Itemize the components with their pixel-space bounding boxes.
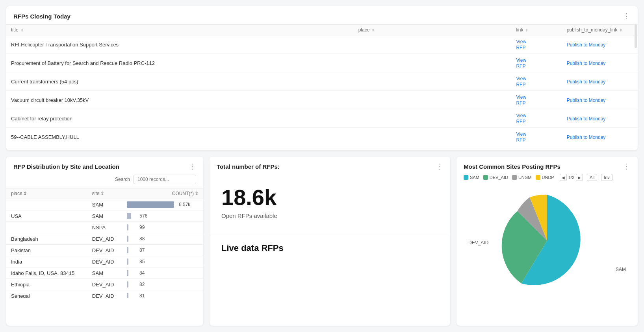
- pie-legend-row: SAM DEV_AID UNGM UNDP ◀ 1/2 ▶: [457, 174, 638, 186]
- count-bar: [127, 236, 128, 242]
- list-item: USA SAM 576: [6, 210, 203, 222]
- dist-count: 6.57k: [122, 199, 203, 210]
- total-rfps-label: Total number of RFPs:: [217, 163, 280, 170]
- legend-undp: UNDP: [536, 175, 554, 180]
- dist-site: DEV_AID: [87, 245, 122, 256]
- rfp-title: Procurement of Battery for Search and Re…: [6, 54, 354, 72]
- dist-place: Ethiopia: [6, 279, 87, 290]
- list-item: India DEV_AID 85: [6, 256, 203, 267]
- pie-label-devaid: DEV_AID: [468, 240, 488, 245]
- col-header-publish[interactable]: publish_to_monday_link ⇕: [562, 25, 638, 35]
- publish-to-monday-link[interactable]: Publish to Monday: [567, 98, 606, 103]
- total-rfps-panel: Total number of RFPs: ⋮ 18.6k Open RFPs …: [210, 157, 450, 326]
- count-bar: [127, 281, 128, 288]
- view-rfp-link[interactable]: ViewRFP: [516, 76, 526, 87]
- rfp-link-cell: ViewRFP: [511, 72, 562, 91]
- rfp-place: [354, 128, 512, 146]
- dist-site: SAM: [87, 210, 122, 222]
- dist-panel-title: RFP Distribution by Site and Location: [13, 163, 119, 170]
- list-item: Ethiopia DEV_AID 82: [6, 279, 203, 290]
- total-rfps-menu-button[interactable]: ⋮: [436, 162, 443, 171]
- rfp-place: [354, 54, 512, 72]
- count-value: 576: [134, 213, 147, 219]
- legend-navigation: ◀ 1/2 ▶: [560, 174, 583, 181]
- total-rfps-sublabel: Open RFPs available: [221, 212, 438, 219]
- legend-filter-all-button[interactable]: All: [587, 174, 597, 181]
- view-rfp-link[interactable]: ViewRFP: [516, 150, 526, 150]
- rfps-closing-menu-button[interactable]: ⋮: [623, 12, 631, 20]
- publish-to-monday-link[interactable]: Publish to Monday: [567, 42, 606, 48]
- legend-label-undp: UNDP: [542, 175, 554, 180]
- view-rfp-link[interactable]: ViewRFP: [516, 94, 526, 106]
- view-rfp-link[interactable]: ViewRFP: [516, 39, 526, 50]
- legend-filter-inv-button[interactable]: Inv: [601, 174, 612, 181]
- dist-col-count[interactable]: COUNT(*) ⇕: [122, 188, 203, 199]
- view-rfp-link[interactable]: ViewRFP: [516, 131, 526, 143]
- count-bar: [127, 270, 128, 276]
- dist-site: DEV_AID: [87, 233, 122, 245]
- col-header-place[interactable]: place ⇕: [354, 25, 512, 35]
- dist-site: SAM: [87, 267, 122, 279]
- legend-label-sam: SAM: [470, 175, 479, 180]
- total-rfps-content: 18.6k Open RFPs available: [210, 175, 450, 227]
- dist-search-bar: Search: [6, 173, 203, 188]
- col-header-title[interactable]: title ⇕: [6, 25, 354, 35]
- dist-count: 81: [122, 290, 203, 299]
- legend-prev-button[interactable]: ◀: [560, 174, 567, 181]
- table-scrollbar[interactable]: [635, 24, 637, 48]
- table-row: RFI-Helicopter Transportation Support Se…: [6, 35, 638, 54]
- dist-search-input[interactable]: [133, 175, 196, 184]
- legend-ungm: UNGM: [512, 175, 532, 180]
- publish-to-monday-link[interactable]: Publish to Monday: [567, 135, 606, 140]
- count-value: 88: [131, 236, 145, 242]
- rfp-link-cell: ViewRFP: [511, 91, 562, 109]
- count-bar: [127, 201, 174, 208]
- list-item: NSPA 99: [6, 222, 203, 233]
- publish-to-monday-link[interactable]: Publish to Monday: [567, 61, 606, 66]
- total-rfps-header: Total number of RFPs: ⋮: [210, 157, 450, 175]
- dist-place: Senegal: [6, 290, 87, 299]
- rfp-place: [354, 146, 512, 151]
- view-rfp-link[interactable]: ViewRFP: [516, 57, 526, 69]
- legend-sam: SAM: [464, 175, 479, 180]
- dist-col-site[interactable]: site ⇕: [87, 188, 122, 199]
- legend-next-button[interactable]: ▶: [576, 174, 583, 181]
- rfp-title: RFI-Helicopter Transportation Support Se…: [6, 35, 354, 54]
- count-bar: [127, 293, 128, 298]
- dist-place: Bangladesh: [6, 233, 87, 245]
- list-item: Bangladesh DEV_AID 88: [6, 233, 203, 245]
- search-label: Search: [115, 177, 130, 182]
- rfp-publish-cell: Publish to Monday: [562, 54, 638, 72]
- dist-panel-menu-button[interactable]: ⋮: [189, 162, 196, 171]
- rfp-place: [354, 109, 512, 128]
- dist-site: NSPA: [87, 222, 122, 233]
- rfp-title: Cabinet for relay protection: [6, 109, 354, 128]
- pie-chart-area: DEV_AID SAM: [457, 186, 638, 300]
- dist-place: [6, 222, 87, 233]
- publish-to-monday-link[interactable]: Publish to Monday: [567, 116, 606, 122]
- dist-col-place[interactable]: place ⇕: [6, 188, 87, 199]
- legend-page: 1/2: [568, 175, 574, 180]
- pie-chart-menu-button[interactable]: ⋮: [623, 162, 631, 171]
- publish-to-monday-link[interactable]: Publish to Monday: [567, 79, 606, 85]
- legend-dot-undp: [536, 175, 540, 180]
- live-data-section: Live data RFPs: [210, 235, 450, 261]
- pie-chart-panel: Most Common Sites Posting RFPs ⋮ SAM DEV…: [457, 157, 638, 326]
- dist-site: DEV_AID: [87, 290, 122, 299]
- dist-site: DEV_AID: [87, 256, 122, 267]
- rfp-link-cell: ViewRFP: [511, 146, 562, 151]
- live-data-title: Live data RFPs: [221, 243, 438, 253]
- col-header-link[interactable]: link ⇕: [511, 25, 562, 35]
- table-row: Current transformers (54 pcs) ViewRFP Pu…: [6, 72, 638, 91]
- dist-count: 85: [122, 256, 203, 267]
- dist-count: 99: [122, 222, 203, 233]
- rfp-publish-cell: Publish to Monday: [562, 91, 638, 109]
- dist-count: 87: [122, 245, 203, 256]
- list-item: Pakistan DEV_AID 87: [6, 245, 203, 256]
- total-rfps-number: 18.6k: [221, 186, 438, 208]
- dist-count: 84: [122, 267, 203, 279]
- count-bar: [127, 213, 131, 219]
- pie-label-sam: SAM: [616, 267, 626, 272]
- rfp-title: Vacuum circuit breaker 10kV,35kV: [6, 91, 354, 109]
- view-rfp-link[interactable]: ViewRFP: [516, 113, 526, 124]
